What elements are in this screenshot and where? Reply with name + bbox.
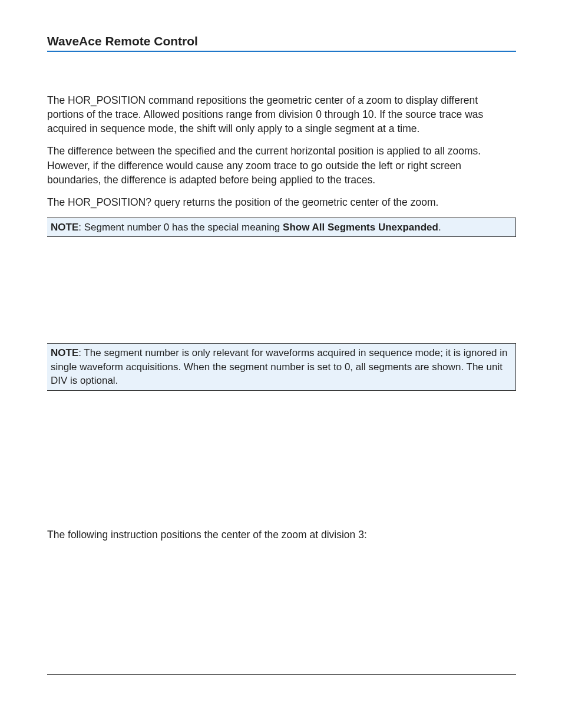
note-box-1: NOTE: Segment number 0 has the special m…	[47, 218, 516, 237]
paragraph-2: The difference between the specified and…	[47, 144, 516, 186]
paragraph-3: The HOR_POSITION? query returns the posi…	[47, 195, 516, 209]
page-header-title: WaveAce Remote Control	[47, 34, 516, 51]
footer-divider	[47, 674, 516, 675]
note-text-before: : Segment number 0 has the special meani…	[78, 222, 283, 233]
note-strong-text: Show All Segments Unexpanded	[283, 222, 438, 233]
document-page: WaveAce Remote Control The HOR_POSITION …	[0, 0, 562, 728]
paragraph-4: The following instruction positions the …	[47, 528, 516, 542]
note-label: NOTE	[51, 222, 78, 233]
spacer	[47, 237, 516, 338]
note-text: : The segment number is only relevant fo…	[51, 347, 507, 386]
note-label: NOTE	[51, 347, 78, 358]
note-box-2: NOTE: The segment number is only relevan…	[47, 343, 516, 390]
spacer	[47, 391, 516, 528]
paragraph-1: The HOR_POSITION command repositions the…	[47, 93, 516, 136]
header-divider	[47, 51, 516, 52]
note-text-after: .	[438, 222, 441, 233]
